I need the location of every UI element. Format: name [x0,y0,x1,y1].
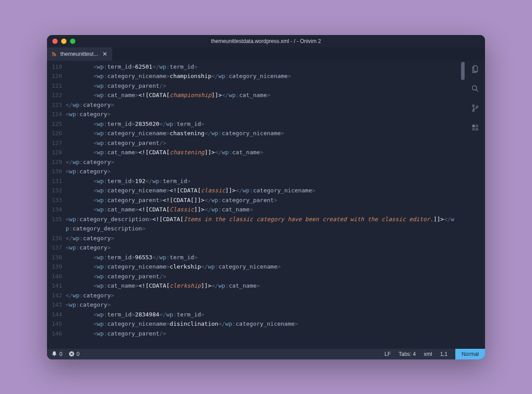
status-mode[interactable]: Normal [455,349,485,359]
svg-rect-6 [472,128,475,130]
editor-area[interactable]: 1191201211221231241251261271281291301311… [47,61,466,349]
zoom-window-button[interactable] [70,39,75,44]
status-pos[interactable]: 1,1 [440,351,448,357]
rss-file-icon [51,51,57,57]
traffic-lights [47,39,75,44]
activity-bar [466,61,485,349]
status-bar: 0 0 LF Tabs: 4 xml 1,1 Normal [47,349,485,359]
minimize-window-button[interactable] [61,39,66,44]
git-branch-icon[interactable] [470,103,480,113]
status-lang[interactable]: xml [424,351,432,357]
code-view[interactable]: <wp:term_id>62501</wp:term_id> <wp:categ… [66,61,459,349]
close-window-button[interactable] [52,39,58,44]
search-icon[interactable] [470,84,480,94]
svg-point-2 [473,110,474,112]
tab-label: themeunittest... [60,51,98,57]
tab-bar: themeunittest... [47,47,485,61]
scrollbar[interactable] [459,61,466,349]
status-eol[interactable]: LF [384,351,391,357]
svg-point-1 [473,105,474,106]
line-gutter: 1191201211221231241251261271281291301311… [47,61,66,349]
window-title: themeunittestdata.wordpress.xml - / - On… [47,38,485,44]
titlebar: themeunittestdata.wordpress.xml - / - On… [47,35,485,47]
svg-point-0 [472,86,477,90]
svg-rect-4 [472,125,475,127]
app-window: themeunittestdata.wordpress.xml - / - On… [47,35,485,359]
svg-point-3 [476,105,478,107]
scrollbar-thumb[interactable] [461,62,465,80]
status-tabs[interactable]: Tabs: 4 [399,351,416,357]
editor-body: 1191201211221231241251261271281291301311… [47,61,485,349]
status-errors[interactable]: 0 [69,351,80,357]
svg-rect-7 [476,128,478,130]
status-notifications[interactable]: 0 [51,351,63,357]
tab-file[interactable]: themeunittest... [47,47,112,61]
files-icon[interactable] [470,64,480,74]
tab-close-button[interactable] [102,51,108,57]
extensions-icon[interactable] [470,123,480,133]
svg-rect-5 [476,125,478,127]
